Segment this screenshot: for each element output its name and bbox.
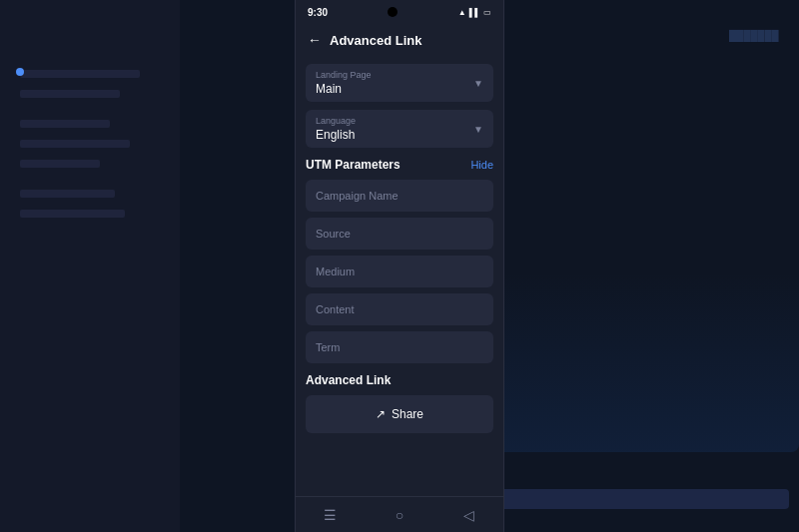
phone-overlay: 9:30 ▲ ▌▌ ▭ ← Advanced Link Landing Page… xyxy=(295,0,504,532)
nav-back-icon[interactable]: ◁ xyxy=(453,500,483,530)
share-label: Share xyxy=(392,407,423,421)
landing-page-select[interactable]: Landing Page Main ▼ xyxy=(306,64,493,102)
signal-icon: ▌▌ xyxy=(469,8,480,17)
home-circle-icon: ○ xyxy=(396,507,403,523)
utm-medium-placeholder: Medium xyxy=(316,266,355,277)
utm-campaign-name-field[interactable]: Campaign Name xyxy=(306,180,493,212)
battery-icon: ▭ xyxy=(483,8,491,17)
page-title: Advanced Link xyxy=(330,33,421,48)
utm-section-header: UTM Parameters Hide xyxy=(306,158,493,172)
nav-menu-icon[interactable]: ☰ xyxy=(316,500,346,530)
share-icon: ↗ xyxy=(376,407,386,421)
advanced-link-title: Advanced Link xyxy=(306,373,493,387)
language-chevron-icon: ▼ xyxy=(473,124,483,135)
language-value: English xyxy=(316,128,483,142)
utm-hide-button[interactable]: Hide xyxy=(470,159,493,171)
landing-page-chevron-icon: ▼ xyxy=(473,78,483,89)
camera-notch xyxy=(388,7,398,17)
phone-header: ← Advanced Link xyxy=(296,24,503,56)
landing-page-group: Landing Page Main ▼ xyxy=(306,64,493,102)
utm-medium-field[interactable]: Medium xyxy=(306,256,493,287)
language-select[interactable]: Language English ▼ xyxy=(306,110,493,148)
back-triangle-icon: ◁ xyxy=(463,507,474,523)
utm-content-field[interactable]: Content xyxy=(306,293,493,325)
back-button[interactable]: ← xyxy=(308,32,322,48)
utm-term-field[interactable]: Term xyxy=(306,331,493,363)
utm-content-placeholder: Content xyxy=(316,303,355,315)
language-label: Language xyxy=(316,116,483,126)
hamburger-icon: ☰ xyxy=(324,507,337,523)
nav-home-icon[interactable]: ○ xyxy=(385,500,414,530)
wifi-icon: ▲ xyxy=(458,8,466,17)
language-group: Language English ▼ xyxy=(306,110,493,148)
landing-page-value: Main xyxy=(316,82,483,96)
utm-campaign-name-placeholder: Campaign Name xyxy=(316,190,399,202)
share-button[interactable]: ↗ Share xyxy=(306,395,493,433)
status-time: 9:30 xyxy=(308,7,328,18)
sidebar-accent-dot xyxy=(16,68,24,76)
phone-content[interactable]: Landing Page Main ▼ Language English ▼ U… xyxy=(296,56,503,496)
utm-section-title: UTM Parameters xyxy=(306,158,400,172)
status-bar: 9:30 ▲ ▌▌ ▭ xyxy=(296,0,503,24)
utm-source-field[interactable]: Source xyxy=(306,218,493,250)
utm-source-placeholder: Source xyxy=(316,228,351,240)
status-icons: ▲ ▌▌ ▭ xyxy=(458,8,491,17)
landing-page-label: Landing Page xyxy=(316,70,483,80)
utm-term-placeholder: Term xyxy=(316,341,340,353)
bg-text-4: ███████ xyxy=(729,30,779,41)
bg-sidebar xyxy=(0,0,180,532)
bottom-nav: ☰ ○ ◁ xyxy=(296,496,503,532)
advanced-link-section: Advanced Link ↗ Share xyxy=(306,373,493,433)
